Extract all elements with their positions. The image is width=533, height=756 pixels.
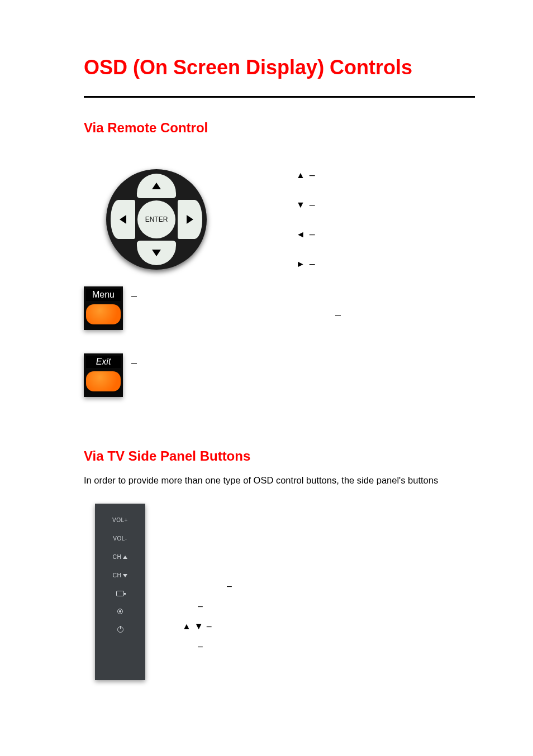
legend-left: ◄ – xyxy=(296,228,408,240)
ch-down-label: CH xyxy=(113,572,127,578)
triangle-up-icon xyxy=(152,183,161,189)
remote-control-diagram: ENTER ▲ – ▼ – ◄ – ► – – Menu – Exit xyxy=(84,169,477,437)
triangle-down-icon: ▼ xyxy=(296,200,305,210)
section-remote-heading: Via Remote Control xyxy=(84,120,477,136)
dash: – xyxy=(335,309,341,320)
menu-button-image: Menu xyxy=(84,286,123,330)
section-panel-heading: Via TV Side Panel Buttons xyxy=(84,448,477,464)
input-icon xyxy=(116,591,124,596)
divider xyxy=(84,96,475,98)
dash: – xyxy=(310,258,315,270)
record-icon xyxy=(117,609,123,614)
dash: – xyxy=(198,596,203,616)
dash: – xyxy=(207,616,212,637)
legend-right: ► – xyxy=(296,258,408,270)
dash: – xyxy=(310,228,315,240)
dpad: ENTER xyxy=(106,169,207,270)
side-panel-diagram: VOL+ VOL- CH CH – – ▲ ▼ – – xyxy=(84,504,477,716)
legend-down: ▼ – xyxy=(296,199,408,210)
menu-orange-button xyxy=(86,304,121,324)
dpad-left-button xyxy=(111,200,135,239)
power-icon xyxy=(117,626,123,633)
menu-label: Menu xyxy=(86,289,121,301)
dash: – xyxy=(198,637,203,657)
triangle-down-icon xyxy=(152,250,161,256)
dpad-enter-button: ENTER xyxy=(137,200,175,238)
triangle-left-icon xyxy=(120,215,126,224)
exit-orange-button xyxy=(86,371,121,391)
exit-label: Exit xyxy=(86,356,121,368)
dash: – xyxy=(131,290,137,302)
arrow-legend: ▲ – ▼ – ◄ – ► – xyxy=(296,169,408,288)
exit-button-image: Exit xyxy=(84,353,123,397)
triangle-up-icon xyxy=(123,556,127,559)
dpad-right-button xyxy=(178,200,202,239)
vol-up-label: VOL+ xyxy=(112,517,128,523)
triangle-up-icon: ▲ xyxy=(182,616,191,637)
triangle-right-icon xyxy=(187,215,193,224)
page-title: OSD (On Screen Display) Controls xyxy=(84,56,477,79)
triangle-up-icon: ▲ xyxy=(296,170,305,180)
triangle-down-icon: ▼ xyxy=(194,616,203,637)
dash: – xyxy=(227,576,232,596)
dash: – xyxy=(310,169,315,181)
ch-up-label: CH xyxy=(113,554,127,560)
triangle-down-icon xyxy=(123,574,127,577)
panel-legend: – – ▲ ▼ – – xyxy=(156,576,232,657)
vol-down-label: VOL- xyxy=(113,535,127,542)
tv-side-panel: VOL+ VOL- CH CH xyxy=(95,504,145,680)
dash: – xyxy=(131,357,137,369)
panel-description: In order to provide more than one type o… xyxy=(84,474,475,487)
legend-up: ▲ – xyxy=(296,169,408,181)
dash: – xyxy=(310,199,315,210)
triangle-left-icon: ◄ xyxy=(296,229,305,240)
triangle-right-icon: ► xyxy=(296,259,305,269)
